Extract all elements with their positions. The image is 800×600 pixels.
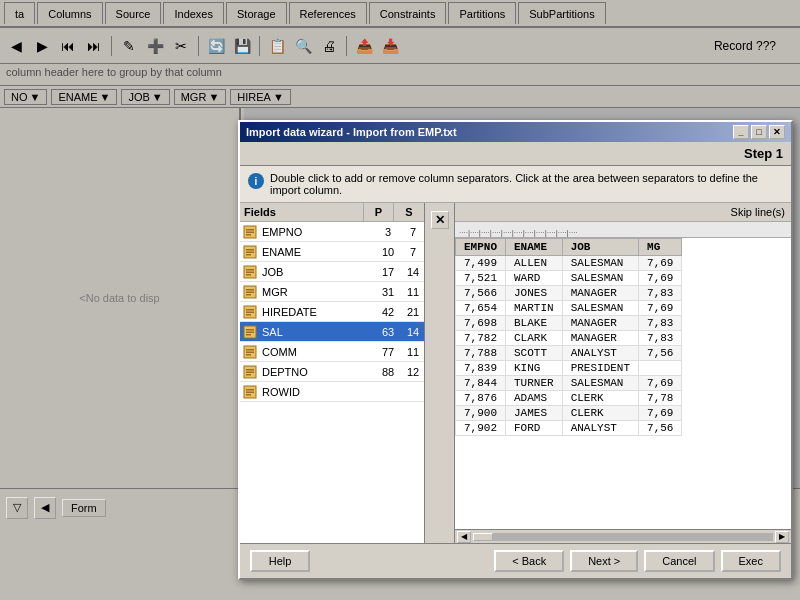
cell-r1-c0: 7,499 — [456, 256, 506, 271]
cell-r6-c0: 7,782 — [456, 331, 506, 346]
field-row-sal[interactable]: SAL 63 14 — [240, 322, 424, 342]
data-row-0[interactable]: EMPNOENAMEJOBMG — [456, 239, 682, 256]
data-table: EMPNOENAMEJOBMG7,499ALLENSALESMAN7,697,5… — [455, 238, 682, 436]
cell-r7-c3: 7,56 — [639, 346, 682, 361]
field-row-comm[interactable]: COMM 77 11 — [240, 342, 424, 362]
field-icon-deptno — [240, 362, 260, 382]
svg-rect-26 — [246, 351, 254, 353]
field-name-mgr: MGR — [260, 286, 374, 298]
data-row-3[interactable]: 7,566JONESMANAGER7,83 — [456, 286, 682, 301]
titlebar-buttons: _ □ ✕ — [733, 125, 785, 139]
cell-r9-c3: 7,69 — [639, 376, 682, 391]
field-name-sal: SAL — [260, 326, 374, 338]
field-p-sal: 63 — [374, 326, 402, 338]
svg-rect-19 — [246, 314, 251, 316]
data-row-7[interactable]: 7,788SCOTTANALYST7,56 — [456, 346, 682, 361]
hscroll-right[interactable]: ▶ — [775, 531, 789, 543]
hscroll-bar: ◀ ▶ — [455, 529, 791, 543]
cell-r10-c0: 7,876 — [456, 391, 506, 406]
cancel-button[interactable]: Cancel — [644, 550, 714, 572]
cell-r2-c1: WARD — [506, 271, 563, 286]
field-icon-comm — [240, 342, 260, 362]
help-button[interactable]: Help — [250, 550, 310, 572]
field-row-job[interactable]: JOB 17 14 — [240, 262, 424, 282]
field-p-comm: 77 — [374, 346, 402, 358]
data-row-5[interactable]: 7,698BLAKEMANAGER7,83 — [456, 316, 682, 331]
field-row-empno[interactable]: EMPNO 3 7 — [240, 222, 424, 242]
data-panel: Skip line(s) ····|····|····|····|····|··… — [455, 203, 791, 543]
field-name-job: JOB — [260, 266, 374, 278]
data-row-11[interactable]: 7,900JAMESCLERK7,69 — [456, 406, 682, 421]
field-icon-empno — [240, 222, 260, 242]
minimize-btn[interactable]: _ — [733, 125, 749, 139]
field-p-job: 17 — [374, 266, 402, 278]
data-row-6[interactable]: 7,782CLARKMANAGER7,83 — [456, 331, 682, 346]
cell-r11-c3: 7,69 — [639, 406, 682, 421]
data-row-2[interactable]: 7,521WARDSALESMAN7,69 — [456, 271, 682, 286]
svg-rect-1 — [246, 229, 254, 231]
field-s-ename: 7 — [402, 246, 424, 258]
maximize-btn[interactable]: □ — [751, 125, 767, 139]
field-row-hiredate[interactable]: HIREDATE 42 21 — [240, 302, 424, 322]
svg-rect-25 — [246, 349, 254, 351]
data-row-9[interactable]: 7,844TURNERSALESMAN7,69 — [456, 376, 682, 391]
fields-list[interactable]: EMPNO 3 7 ENAME 10 7 — [240, 222, 424, 543]
cell-r4-c2: SALESMAN — [562, 301, 638, 316]
cell-r9-c2: SALESMAN — [562, 376, 638, 391]
field-row-mgr[interactable]: MGR 31 11 — [240, 282, 424, 302]
svg-rect-11 — [246, 274, 251, 276]
cell-r4-c3: 7,69 — [639, 301, 682, 316]
cell-r6-c1: CLARK — [506, 331, 563, 346]
data-row-8[interactable]: 7,839KINGPRESIDENT — [456, 361, 682, 376]
close-btn[interactable]: ✕ — [769, 125, 785, 139]
cell-r7-c1: SCOTT — [506, 346, 563, 361]
hscroll-track[interactable] — [473, 533, 773, 541]
back-button[interactable]: < Back — [494, 550, 564, 572]
field-name-empno: EMPNO — [260, 226, 374, 238]
modal-overlay: Import data wizard - Import from EMP.txt… — [0, 0, 800, 600]
svg-rect-17 — [246, 309, 254, 311]
svg-rect-13 — [246, 289, 254, 291]
info-bar: i Double click to add or remove column s… — [240, 166, 791, 203]
data-grid[interactable]: EMPNOENAMEJOBMG7,499ALLENSALESMAN7,697,5… — [455, 238, 791, 529]
cell-r11-c1: JAMES — [506, 406, 563, 421]
data-row-4[interactable]: 7,654MARTINSALESMAN7,69 — [456, 301, 682, 316]
info-text: Double click to add or remove column sep… — [270, 172, 783, 196]
field-p-ename: 10 — [374, 246, 402, 258]
field-row-deptno[interactable]: DEPTNO 88 12 — [240, 362, 424, 382]
svg-rect-21 — [246, 329, 254, 331]
svg-rect-35 — [246, 394, 251, 396]
execute-button[interactable]: Exec — [721, 550, 781, 572]
field-p-empno: 3 — [374, 226, 402, 238]
svg-rect-34 — [246, 391, 254, 393]
cell-r2-c0: 7,521 — [456, 271, 506, 286]
field-row-ename[interactable]: ENAME 10 7 — [240, 242, 424, 262]
cell-r4-c0: 7,654 — [456, 301, 506, 316]
delete-separator-btn[interactable]: ✕ — [431, 211, 449, 229]
cell-r5-c0: 7,698 — [456, 316, 506, 331]
next-button[interactable]: Next > — [570, 550, 638, 572]
svg-rect-27 — [246, 354, 251, 356]
hscroll-thumb[interactable] — [473, 533, 493, 541]
cell-r10-c2: CLERK — [562, 391, 638, 406]
info-icon: i — [248, 173, 264, 189]
cell-r8-c1: KING — [506, 361, 563, 376]
svg-rect-3 — [246, 234, 251, 236]
field-row-rowid[interactable]: ROWID — [240, 382, 424, 402]
step-header: Step 1 — [240, 142, 791, 166]
field-icon-ename — [240, 242, 260, 262]
data-row-12[interactable]: 7,902FORDANALYST7,56 — [456, 421, 682, 436]
cell-r10-c1: ADAMS — [506, 391, 563, 406]
cell-r7-c0: 7,788 — [456, 346, 506, 361]
svg-rect-14 — [246, 291, 254, 293]
field-icon-rowid — [240, 382, 260, 402]
field-p-mgr: 31 — [374, 286, 402, 298]
field-name-ename: ENAME — [260, 246, 374, 258]
step-label: Step 1 — [744, 146, 783, 161]
hscroll-left[interactable]: ◀ — [457, 531, 471, 543]
data-row-10[interactable]: 7,876ADAMSCLERK7,78 — [456, 391, 682, 406]
data-row-1[interactable]: 7,499ALLENSALESMAN7,69 — [456, 256, 682, 271]
cell-r2-c3: 7,69 — [639, 271, 682, 286]
fields-header: Fields P S — [240, 203, 424, 222]
cell-r9-c0: 7,844 — [456, 376, 506, 391]
